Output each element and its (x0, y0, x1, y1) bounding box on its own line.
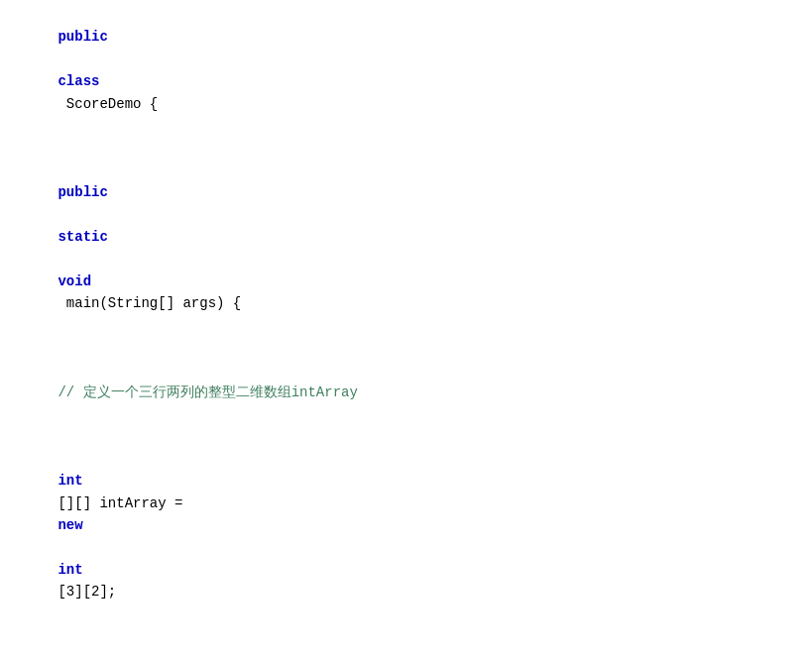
keyword: void (58, 273, 91, 289)
keyword: class (58, 73, 99, 89)
keyword: public (58, 184, 107, 200)
code-line: // 定义总成绩变量 (0, 647, 812, 656)
code-line (0, 625, 812, 647)
comment: // 定义一个三行两列的整型二维数组intArray (58, 384, 357, 400)
code-line: public class ScoreDemo { (0, 4, 812, 137)
code-line: public static void main(String[] args) { (0, 137, 812, 337)
code-line: int [][] intArray = new int [3][2]; (0, 425, 812, 625)
keyword: new (58, 517, 82, 533)
keyword: int (58, 473, 82, 489)
code-editor: public class ScoreDemo { public static v… (0, 0, 812, 656)
keyword: public (58, 29, 107, 45)
keyword: int (58, 562, 82, 578)
keyword: static (58, 229, 107, 245)
code-line: // 定义一个三行两列的整型二维数组intArray (0, 337, 812, 426)
